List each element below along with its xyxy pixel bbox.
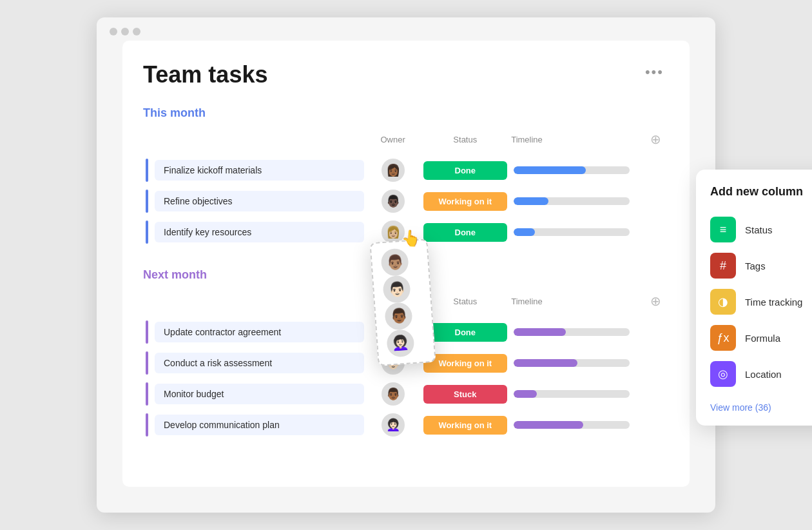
timeline-cell (511, 217, 643, 248)
col-add-next: ⊕ (643, 291, 669, 317)
add-column-panel: Add new column ≡ Status # Tags ◑ Time tr… (696, 170, 812, 426)
timeline-cell (511, 186, 643, 217)
timeline-cell (511, 409, 643, 440)
dot-yellow (121, 28, 129, 35)
table-row: Refine objectives 👨🏿 Working on it (143, 186, 669, 217)
column-option[interactable]: ≡ Status (710, 211, 812, 248)
timeline-fill (514, 328, 566, 336)
owner-cell: 👩🏾 (367, 155, 420, 186)
status-cell: Done (419, 155, 511, 186)
timeline-fill (514, 228, 534, 236)
task-accent (146, 413, 148, 437)
col-option-label: Tags (745, 260, 766, 271)
table-row: Develop communication plan 👩🏻‍🦱 Working … (143, 409, 669, 440)
timeline-bar (514, 390, 630, 398)
col-option-icon: ƒx (710, 325, 736, 351)
owner-cell: 👨🏾 (367, 378, 420, 409)
avatar: 👨🏿 (382, 190, 405, 213)
section-this-month: This month (143, 106, 669, 120)
timeline-cell (511, 348, 643, 378)
column-option[interactable]: ◑ Time tracking (710, 284, 812, 320)
dot-red (110, 28, 117, 35)
task-name[interactable]: Identify key resources (155, 222, 364, 242)
timeline-bar (514, 359, 630, 367)
timeline-fill (514, 421, 583, 429)
column-option[interactable]: ◎ Location (710, 356, 812, 392)
status-badge[interactable]: Working on it (423, 192, 507, 211)
timeline-fill (514, 390, 537, 398)
floating-avatar: 👩🏻‍🦱 (386, 329, 415, 358)
task-name[interactable]: Finalize kickoff materials (155, 160, 364, 181)
col-task-name2 (143, 291, 367, 317)
add-column-next[interactable]: ⊕ (648, 291, 664, 311)
status-cell: Working on it (419, 409, 511, 440)
task-accent (146, 351, 148, 375)
owner-cell: 👩🏻‍🦱 (367, 409, 420, 440)
timeline-cell (511, 317, 643, 348)
task-accent (146, 382, 148, 406)
task-name[interactable]: Conduct a risk assessment (155, 353, 364, 373)
status-badge[interactable]: Done (423, 323, 507, 342)
status-badge[interactable]: Done (423, 161, 507, 180)
timeline-cell (511, 378, 643, 409)
timeline-bar (514, 228, 630, 236)
floating-avatar: 👨🏽 (380, 248, 409, 277)
col-status-this: Status (419, 129, 511, 155)
avatar: 👩🏾 (382, 159, 405, 182)
timeline-fill (514, 166, 586, 174)
avatar: 👨🏾 (382, 382, 405, 406)
titlebar (97, 17, 715, 41)
status-badge[interactable]: Working on it (423, 354, 507, 373)
status-cell: Working on it (419, 186, 511, 217)
owner-cell: 👨🏿 (367, 186, 420, 217)
status-badge[interactable]: Working on it (423, 416, 507, 435)
col-option-icon: ◎ (710, 361, 736, 387)
panel-title: Add new column (710, 185, 812, 199)
task-accent (146, 190, 148, 213)
col-task-name (143, 129, 367, 155)
task-accent (146, 221, 148, 244)
col-option-label: Formula (745, 333, 780, 344)
floating-avatar: 👨🏻 (382, 275, 411, 304)
timeline-bar (514, 197, 630, 205)
column-option[interactable]: # Tags (710, 248, 812, 284)
timeline-bar (514, 421, 630, 429)
timeline-bar (514, 166, 630, 174)
status-cell: Stuck (419, 378, 511, 409)
timeline-fill (514, 197, 548, 205)
main-panel: Team tasks ••• This month Owner Status T… (122, 41, 690, 487)
more-button[interactable]: ••• (640, 61, 669, 83)
add-column-this[interactable]: ⊕ (648, 129, 664, 150)
col-option-icon: ◑ (710, 289, 736, 315)
view-more-link[interactable]: View more (36) (710, 402, 812, 413)
column-option[interactable]: ƒx Formula (710, 320, 812, 356)
table-row: Monitor budget 👨🏾 Stuck (143, 378, 669, 409)
col-owner-this: Owner (367, 129, 420, 155)
floating-avatar-card: 👆 👨🏽👨🏻👨🏾👩🏻‍🦱 (369, 239, 436, 366)
task-name[interactable]: Update contractor agreement (155, 322, 364, 342)
col-option-label: Status (745, 224, 773, 235)
timeline-fill (514, 359, 577, 367)
cursor-hand: 👆 (401, 228, 422, 248)
avatar: 👩🏻‍🦱 (382, 413, 405, 437)
page-title: Team tasks (143, 61, 267, 88)
task-name[interactable]: Refine objectives (155, 191, 364, 211)
screen: Team tasks ••• This month Owner Status T… (97, 17, 715, 513)
timeline-cell (511, 155, 643, 186)
col-option-label: Time tracking (745, 297, 802, 308)
task-accent (146, 320, 148, 344)
col-status-next: Status (419, 291, 511, 317)
task-name[interactable]: Monitor budget (155, 384, 364, 404)
page-header: Team tasks ••• (143, 61, 669, 88)
status-badge[interactable]: Stuck (423, 385, 507, 404)
col-timeline-next: Timeline (511, 291, 643, 317)
task-name[interactable]: Develop communication plan (155, 415, 364, 435)
status-cell: Done (419, 217, 511, 248)
col-timeline-this: Timeline (511, 129, 643, 155)
status-badge[interactable]: Done (423, 223, 507, 242)
table-row: Finalize kickoff materials 👩🏾 Done (143, 155, 669, 186)
col-add-this: ⊕ (643, 129, 669, 155)
dot-green (133, 28, 140, 35)
task-accent (146, 159, 148, 182)
col-option-icon: # (710, 253, 736, 279)
